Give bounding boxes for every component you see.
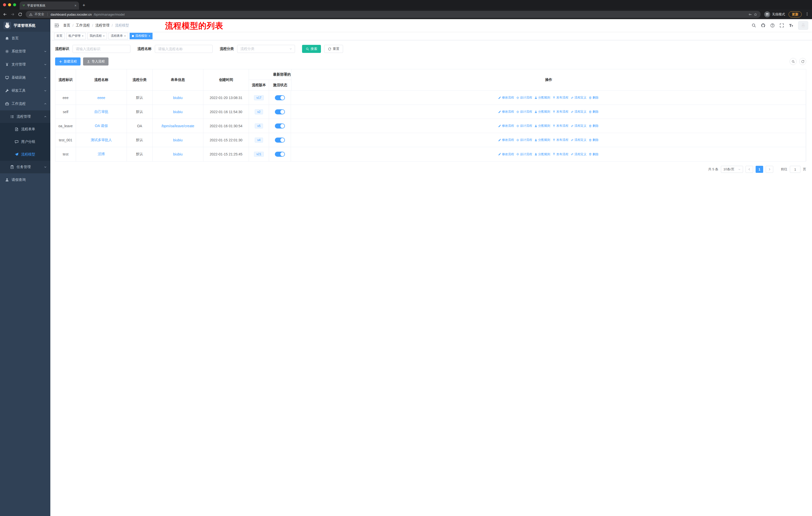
red-annotation: 流程模型的列表 [165,20,223,31]
breadcrumb-item[interactable]: 流程管理 [95,23,110,28]
cell-process-name: 滔博 [76,147,127,161]
sidebar-item-payment[interactable]: 支付管理 [0,58,50,71]
process-name-link[interactable]: 测试多审批人 [91,138,112,142]
cell-category: 默认 [127,105,152,119]
reset-button[interactable]: 重置 [324,45,343,53]
cell-status [269,91,291,105]
maximize-window-button[interactable] [13,3,16,6]
process-name-link[interactable]: 滔博 [98,152,105,157]
chevron-down-icon [44,50,47,53]
sidebar-item-devtools[interactable]: 研发工具 [0,84,50,97]
tab-close-icon[interactable]: × [75,3,77,7]
chevron-down-icon [44,89,47,92]
tag-process-form[interactable]: 流程表单× [109,33,128,39]
reload-icon[interactable] [18,12,22,17]
url-divider [47,12,48,16]
breadcrumb: 首页/工作流程/流程管理/流程模型 [63,23,129,28]
tag-process-model[interactable]: 流程模型× [129,33,152,39]
form-info-link[interactable]: biubiu [173,110,182,114]
cell-version: v21 [249,147,269,161]
process-name-link[interactable]: OA 请假 [95,124,108,128]
minimize-window-button[interactable] [8,3,11,6]
forward-icon[interactable] [10,12,14,17]
form-info-link[interactable]: biubiu [173,138,182,142]
sidebar-item-leave-query[interactable]: 请假查询 [0,173,50,186]
activation-toggle[interactable] [275,124,285,129]
version-badge: v4 [255,138,263,143]
home-icon [5,36,9,40]
sidebar-item-infrastructure[interactable]: 基础设施 [0,71,50,84]
col-header-created: 创建时间 [203,69,249,90]
activation-toggle[interactable] [275,138,285,143]
new-tab-button[interactable]: + [83,3,85,8]
chevron-up-icon [44,102,47,105]
wrench-icon [5,89,9,93]
clipboard-icon [10,165,14,169]
cell-form-info: biubiu [152,133,203,147]
import-process-button[interactable]: 导入流程 [83,57,109,65]
tag-close-icon[interactable]: × [82,34,84,38]
sidebar-item-process-model[interactable]: 流程模型 [0,148,50,161]
url-host: dashboard.yudao.iocoder.cn [51,12,92,17]
category-select[interactable]: 流程分类 [237,45,295,53]
form-info-link[interactable]: /bpm/oa/leave/create [161,124,194,128]
tag-close-icon[interactable]: × [103,34,105,38]
sidebar-item-process-mgmt[interactable]: 流程管理 [0,110,50,123]
sidebar-item-workflow[interactable]: 工作流程 [0,97,50,110]
sidebar-item-home[interactable]: 首页 [0,32,50,45]
cell-version: v4 [249,133,269,147]
url-bar[interactable]: 不安全 dashboard.yudao.iocoder.cn /bpm/mana… [26,11,406,18]
browser-tab[interactable]: 芋道管理系统 × [20,1,79,9]
col-header-category: 流程分类 [127,69,152,90]
form-info-link[interactable]: biubiu [173,96,182,100]
activation-toggle[interactable] [275,109,285,114]
tag-home[interactable]: 首页 [54,33,65,39]
table-row: test滔博默认biubiu2022-01-15 21:25:45v21修改流程… [55,147,406,161]
process-name-input[interactable] [155,45,213,53]
sidebar-item-task-mgmt[interactable]: 任务管理 [0,161,50,173]
table-row: oa_leaveOA 请假OA/bpm/oa/leave/create2022-… [55,119,406,133]
monitor-icon [5,76,9,80]
version-badge: v5 [255,124,263,129]
cell-status [269,133,291,147]
tag-close-icon[interactable]: × [124,34,126,38]
sidebar: 芋道管理系统 首页系统管理支付管理基础设施研发工具工作流程流程管理流程表单用户分… [0,19,50,258]
breadcrumb-item[interactable]: 首页 [63,23,70,28]
search-button[interactable]: 搜索 [302,45,321,53]
process-key-input[interactable] [72,45,130,53]
send-icon [14,153,19,157]
gear-icon [5,49,9,53]
cell-process-name: OA 请假 [76,119,127,133]
process-name-link[interactable]: 自己审批 [94,110,109,114]
process-name-link[interactable]: eeee [97,96,105,100]
cell-version: v17 [249,91,269,105]
activation-toggle[interactable] [275,95,285,100]
doc-icon [14,127,19,131]
sidebar-item-process-form[interactable]: 流程表单 [0,123,50,136]
tag-close-icon[interactable]: × [148,34,150,38]
tag-my-process[interactable]: 我的流程× [87,33,107,39]
table-row: self自己审批默认biubiu2022-01-16 11:54:30v2修改流… [55,105,406,119]
tag-label: 租户管理 [68,34,81,38]
hamburger-icon[interactable] [54,23,59,28]
close-window-button[interactable] [3,3,6,6]
version-badge: v2 [255,109,263,114]
tag-tenant[interactable]: 租户管理× [66,33,86,39]
cell-status [269,105,291,119]
activation-toggle[interactable] [275,152,285,157]
back-icon[interactable] [3,12,7,17]
sidebar-item-label: 请假查询 [11,178,26,182]
cell-created-time: 2022-01-16 01:30:54 [203,119,249,133]
create-process-button[interactable]: 新建流程 [55,57,81,65]
breadcrumb-item[interactable]: 工作流程 [76,23,90,28]
sidebar-item-system[interactable]: 系统管理 [0,45,50,58]
col-group-latest-deploy: 最新部署的 流程版本 激活状态 [249,69,291,90]
chevron-up-icon [44,115,47,118]
sidebar-item-user-group[interactable]: 用户分组 [0,136,50,148]
form-info-link[interactable]: biubiu [173,152,182,156]
yen-icon [5,62,9,66]
sidebar-item-label: 工作流程 [11,102,26,106]
filter-name-label: 流程名称 [138,47,151,51]
sidebar-item-label: 系统管理 [11,49,26,54]
sidebar-item-label: 任务管理 [17,165,31,169]
